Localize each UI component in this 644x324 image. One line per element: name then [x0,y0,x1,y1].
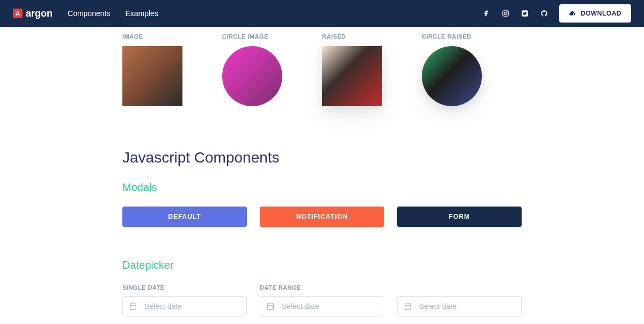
calendar-icon [404,302,412,311]
sample-image-raised [322,46,382,106]
modal-form-button[interactable]: FORM [397,207,522,227]
image-label: IMAGE [122,33,211,40]
datepicker-inputs [122,296,522,316]
range-start-wrap [260,296,384,316]
nav-left: argon Components Examples [13,8,158,19]
single-date-input[interactable] [122,296,247,316]
image-col-raised: RAISED [322,33,422,106]
facebook-icon[interactable] [482,9,491,18]
modal-notification-button[interactable]: NOTIFICATION [260,207,384,227]
range-start-input[interactable] [260,296,384,316]
instagram-icon[interactable] [501,9,510,18]
date-range-wrap [260,296,522,316]
github-icon[interactable] [540,9,548,18]
image-label: CIRCLE RAISED [422,33,511,40]
nav-link-examples[interactable]: Examples [125,9,158,18]
range-end-input[interactable] [397,296,522,316]
image-col-circle: CIRCLE IMAGE [222,33,322,106]
section-title-js: Javascript Components [122,149,522,166]
image-label: RAISED [322,33,411,40]
brand-icon [13,9,23,18]
image-col-plain: IMAGE [122,33,222,106]
modal-buttons-row: DEFAULT NOTIFICATION FORM [122,207,522,227]
main-container: IMAGE CIRCLE IMAGE RAISED CIRCLE RAISED … [122,33,522,316]
date-range-label: DATE RANGE [260,284,522,291]
datepicker-labels: SINGLE DATE DATE RANGE [122,284,522,291]
navbar: argon Components Examples DOWNLOAD [0,0,644,27]
images-section: IMAGE CIRCLE IMAGE RAISED CIRCLE RAISED [122,33,522,106]
twitter-icon[interactable] [521,9,529,18]
sample-image-circle-raised [422,46,482,106]
calendar-icon [266,302,275,311]
calendar-icon [129,302,137,311]
svg-point-2 [507,11,508,12]
datepicker-title: Datepicker [122,259,522,271]
nav-right: DOWNLOAD [482,4,631,23]
sample-image-plain [122,46,182,106]
single-date-wrap [122,296,247,316]
download-button[interactable]: DOWNLOAD [559,4,631,23]
svg-point-1 [504,12,507,15]
modals-title: Modals [122,181,522,194]
range-end-wrap [397,296,522,316]
modal-default-button[interactable]: DEFAULT [122,207,247,227]
single-date-label: SINGLE DATE [122,284,247,291]
cloud-download-icon [569,10,576,17]
sample-image-circle [222,46,282,106]
nav-link-components[interactable]: Components [68,9,110,18]
brand-text: argon [26,8,53,19]
image-label: CIRCLE IMAGE [222,33,311,40]
download-label: DOWNLOAD [581,10,621,17]
brand[interactable]: argon [13,8,53,19]
image-col-circle-raised: CIRCLE RAISED [422,33,522,106]
